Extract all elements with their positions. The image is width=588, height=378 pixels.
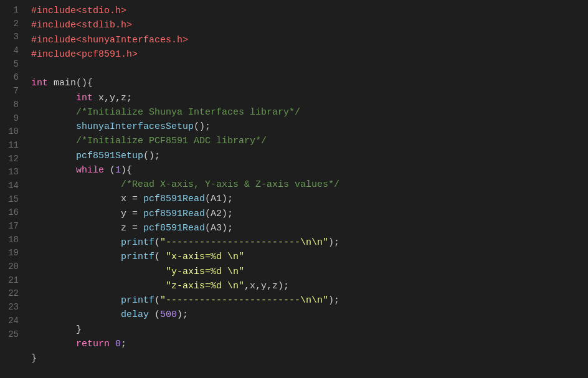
code-line-20: "z-axis=%d \n",x,y,z); — [31, 279, 583, 293]
code-content[interactable]: #include<stdio.h> #include<stdlib.h> #in… — [26, 4, 588, 374]
code-line-23: } — [31, 323, 583, 337]
code-line-7: int x,y,z; — [31, 91, 583, 105]
code-line-6: int main(){ — [31, 76, 583, 90]
line-num-22: 22 — [5, 287, 19, 301]
line-num-8: 8 — [5, 98, 19, 112]
code-line-24: return 0; — [31, 337, 583, 351]
line-num-5: 5 — [5, 58, 19, 72]
line-num-19: 19 — [5, 247, 19, 260]
code-line-12: while (1){ — [31, 163, 583, 177]
code-line-5 — [31, 62, 583, 76]
line-num-1: 1 — [5, 4, 19, 17]
line-num-12: 12 — [5, 153, 19, 166]
code-line-19: "y-axis=%d \n" — [31, 265, 583, 279]
code-line-21: printf("------------------------\n\n"); — [31, 293, 583, 308]
line-num-7: 7 — [5, 85, 19, 98]
line-num-20: 20 — [5, 260, 19, 274]
line-num-6: 6 — [5, 71, 19, 85]
code-line-4: #include<pcf8591.h> — [31, 47, 583, 62]
code-line-14: x = pcf8591Read(A1); — [31, 192, 583, 206]
code-editor: 1 2 3 4 5 6 7 8 9 10 11 12 13 14 15 16 1… — [0, 0, 588, 378]
code-line-15: y = pcf8591Read(A2); — [31, 207, 583, 221]
code-line-25: } — [31, 351, 583, 366]
code-line-17: printf("------------------------\n\n"); — [31, 235, 583, 250]
line-num-25: 25 — [5, 328, 19, 342]
line-num-15: 15 — [5, 193, 19, 207]
code-line-18: printf( "x-axis=%d \n" — [31, 250, 583, 264]
line-num-24: 24 — [5, 314, 19, 328]
code-line-8: /*Initialize Shunya Interfaces library*/ — [31, 105, 583, 120]
line-num-17: 17 — [5, 220, 19, 234]
line-num-13: 13 — [5, 166, 19, 179]
line-num-2: 2 — [5, 17, 19, 31]
code-line-2: #include<stdlib.h> — [31, 18, 583, 32]
line-num-9: 9 — [5, 112, 19, 126]
line-number-gutter: 1 2 3 4 5 6 7 8 9 10 11 12 13 14 15 16 1… — [0, 4, 26, 374]
line-num-4: 4 — [5, 44, 19, 58]
line-num-16: 16 — [5, 206, 19, 220]
line-num-23: 23 — [5, 301, 19, 314]
code-line-22: delay (500); — [31, 308, 583, 322]
line-num-3: 3 — [5, 31, 19, 44]
code-line-9: shunyaInterfacesSetup(); — [31, 120, 583, 134]
code-line-3: #include<shunyaInterfaces.h> — [31, 33, 583, 47]
code-line-1: #include<stdio.h> — [31, 4, 583, 18]
code-line-10: /*Initialize PCF8591 ADC library*/ — [31, 134, 583, 148]
code-line-13: /*Read X-axis, Y-axis & Z-axis values*/ — [31, 177, 583, 192]
line-num-11: 11 — [5, 139, 19, 153]
line-num-14: 14 — [5, 179, 19, 193]
line-num-21: 21 — [5, 274, 19, 288]
code-line-11: pcf8591Setup(); — [31, 149, 583, 163]
code-line-16: z = pcf8591Read(A3); — [31, 221, 583, 235]
line-num-18: 18 — [5, 234, 19, 247]
line-num-10: 10 — [5, 125, 19, 139]
